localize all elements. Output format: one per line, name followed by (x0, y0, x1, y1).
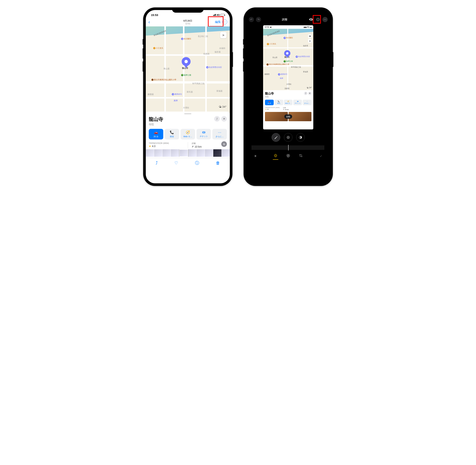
locate-icon[interactable]: ➤ (220, 32, 226, 38)
auto-enhance-button[interactable] (272, 133, 280, 142)
thumbnail-strip[interactable] (146, 149, 230, 157)
mini-map: 新北環河快速道路 ★剝北醫院 🍴小王煮瓜 福音里 青山里 龍山寺 ★剝皮寮歷史街… (263, 29, 313, 90)
weather-badge: 🌤 34° (219, 105, 226, 108)
done-button[interactable]: ✓ (320, 154, 322, 158)
call-button[interactable]: 📞発信 (165, 129, 179, 139)
more-actions-button[interactable]: ⋯さらに… (212, 129, 227, 139)
trash-icon[interactable]: 🗑 (216, 161, 220, 166)
edit-preview: 12:51 ◀ ▮▮▮▮ 4G ▬ 新北環河快速道路 ★剝北醫院 🍴小王煮瓜 福… (263, 25, 313, 129)
action-row: 🚗20 分 📞発信 🧭Web サ… 🎟チケット ⋯さらに… (149, 129, 227, 139)
map-poi: 🌳艋舺公園 (181, 74, 191, 76)
map-preview: 新北環河快速道路 ★剝北醫院 🍴小王煮瓜 福音里 長沙街二段 桂林路 永福街 青… (146, 26, 230, 114)
map-poi: 🍴小王煮瓜 (153, 47, 163, 50)
brilliance-button[interactable] (296, 133, 305, 142)
map-label: 和平西路三段 (192, 82, 204, 85)
mini-ticket: 🎟チケット (293, 100, 302, 105)
status-time: 15:53 (151, 13, 158, 17)
mini-status-bar: 12:51 ◀ ▮▮▮▮ 4G ▬ (263, 25, 313, 29)
tripadvisor-rating: 4.0 (152, 145, 155, 148)
map-label: 桂林路 (203, 53, 210, 55)
undo-button[interactable]: ↶ (249, 17, 254, 22)
map-poi: ★萬華林宅 (172, 93, 182, 95)
highlight-markup (313, 15, 321, 24)
mini-title: 龍山寺 (265, 92, 274, 95)
filters-tab[interactable] (286, 154, 290, 159)
cancel-button[interactable]: ✕ (254, 154, 257, 158)
redo-button[interactable]: ↷ (256, 17, 261, 22)
map-label: 青山里 (163, 67, 169, 70)
heart-icon[interactable]: ♡ (174, 161, 178, 166)
nav-title: 8月28日 12:51 (183, 19, 192, 25)
battery-icon (221, 14, 225, 16)
phone-right: ↶ ↷ 調整 👁‍🗨 ⋯ 12:51 ◀ ▮▮▮▮ 4G ▬ (243, 7, 333, 186)
website-button[interactable]: 🧭Web サ… (180, 129, 195, 139)
mini-call: 📞発信 (275, 100, 283, 105)
mini-place-card: 龍山寺 寺院 ⤴ ✕ 🚗20 分 📞発信 🧭Web サ… 🎟チケット ⋯さらに… (263, 90, 313, 123)
nav-date: 8月28日 (183, 19, 192, 22)
mini-dist-val: 10 km (285, 109, 289, 110)
map-label: 長沙街二段 (198, 35, 208, 38)
edit-screen: ↶ ↷ 調整 👁‍🗨 ⋯ 12:51 ◀ ▮▮▮▮ 4G ▬ (246, 10, 330, 183)
mini-web: 🧭Web サ… (284, 100, 293, 105)
network-label: 4G (217, 14, 220, 16)
more-button[interactable]: ⋯ (322, 17, 328, 22)
edit-topbar: ↶ ↷ 調整 👁‍🗨 ⋯ (246, 15, 330, 24)
mini-time: 12:51 ◀ (264, 26, 271, 28)
info-icon[interactable]: ⓘ (195, 160, 199, 166)
map-label: 福音里 (215, 51, 221, 53)
adjust-presets (246, 133, 330, 142)
mini-trip-rating: 4.0 (267, 108, 269, 110)
ticket-button[interactable]: 🎟チケット (197, 129, 211, 139)
map-poi: ★剝北醫院 (181, 38, 191, 40)
share-button[interactable]: ⤴ (214, 116, 220, 122)
nav-subtime: 12:51 (183, 22, 192, 25)
map-label: 富福里 (216, 90, 222, 92)
mini-layers-icon: 🗺 (308, 34, 312, 38)
bottom-toolbar: ⤴ ♡ ⓘ 🗑 (146, 158, 230, 169)
nav-bar: ‹ 8月28日 12:51 編集 ⋯ (146, 18, 230, 26)
crop-tab[interactable] (299, 154, 303, 159)
map-label: 富民里 (187, 91, 193, 93)
map-label: 永福街 (219, 47, 225, 50)
mini-locate-icon: ➤ (308, 39, 312, 43)
livetext-button[interactable]: ⧉ (221, 141, 227, 147)
adjust-tab[interactable] (274, 154, 278, 159)
tripadvisor-label: TRIPADVISOR (6894) (149, 142, 184, 144)
phone-left: 15:53 4G ‹ 8月28日 12:51 編集 ⋯ (143, 7, 233, 186)
share-icon[interactable]: ⤴ (156, 161, 158, 166)
place-title: 龍山寺 (149, 116, 163, 123)
grabber[interactable] (184, 113, 191, 114)
distance-value: 10 km (194, 145, 201, 148)
map-label: 糖廍里 (148, 93, 154, 96)
signal-icon (213, 14, 216, 16)
highlight-edit (208, 16, 223, 27)
close-button[interactable]: ✕ (221, 116, 227, 122)
star-icon: ★ (149, 145, 152, 148)
mini-subtitle: 寺院 (265, 95, 274, 98)
exposure-button[interactable] (284, 133, 293, 142)
map-label: 萬華 (174, 99, 178, 102)
back-button[interactable]: ‹ (148, 19, 150, 25)
mini-more: ⋯さらに… (303, 100, 311, 105)
mini-close-icon: ✕ (308, 92, 311, 95)
mini-pin (284, 50, 290, 58)
map-label: 大理街 (183, 106, 189, 109)
map-poi: ★剝皮寮歷史街區 (206, 66, 222, 69)
route-icon: ↱ (192, 145, 195, 148)
mini-share-icon: ⤴ (304, 92, 307, 95)
directions-button[interactable]: 🚗20 分 (149, 129, 163, 139)
mini-trip-label: TRIPADVISOR (6894) (265, 107, 280, 108)
mini-temp: 🌤 34° (307, 87, 312, 89)
map-pin (182, 57, 190, 68)
edit-title: 調整 (282, 18, 287, 21)
auto-badge: 自動 (284, 115, 292, 119)
mini-dist-label: 距離 (283, 107, 289, 109)
place-card[interactable]: 龍山寺 寺院 ⤴ ✕ 🚗20 分 📞発信 🧭Web サ… 🎟チケット ⋯さらに…… (146, 112, 230, 148)
mini-photos: 自動 (265, 112, 311, 121)
mini-net: 4G (307, 26, 309, 28)
map-poi: 🎓臺北市萬華區龍山國民小學 (151, 78, 176, 81)
mini-directions: 🚗20 分 (265, 100, 274, 105)
adjust-slider[interactable] (252, 145, 325, 150)
place-info: TRIPADVISOR (6894) ★ 4.0 距離 ↱ 10 km ⧉ (149, 142, 227, 148)
photos-screen: 15:53 4G ‹ 8月28日 12:51 編集 ⋯ (146, 10, 230, 183)
